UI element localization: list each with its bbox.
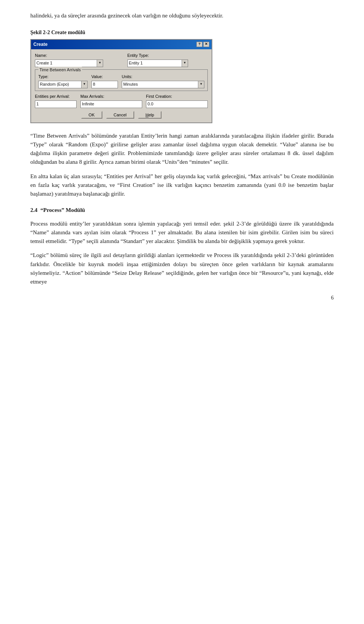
section-heading: 2.4 “Process” Modülü: [30, 206, 334, 215]
max-field: Max Arrivals: Infinite: [80, 93, 142, 108]
value-label: Value:: [91, 74, 118, 80]
name-input[interactable]: Create 1 ▼: [35, 60, 103, 67]
entities-label: Entities per Arrival:: [35, 93, 77, 100]
name-label: Name:: [35, 52, 124, 59]
page-content: halindeki, ya da süreçler arasında gezin…: [30, 11, 334, 302]
type-field: Type: Random (Expo) ▼: [38, 74, 88, 88]
cancel-button[interactable]: Cancel: [106, 111, 134, 119]
section-number: 2.4: [30, 207, 38, 213]
name-field: Name: Create 1 ▼: [35, 52, 124, 67]
first-label: First Creation:: [146, 93, 208, 100]
paragraph-2: En altta kalan üç alan sırasıyla; “Entit…: [30, 172, 334, 199]
entity-type-input[interactable]: Entity 1 ▼: [127, 60, 188, 67]
value-field: Value: 8: [91, 74, 118, 88]
paragraph-3: Process modülü entity’ler yaratıldıktan …: [30, 219, 334, 246]
paragraph-4: “Logic” bölümü süreç ile ilgili asıl det…: [30, 251, 334, 286]
close-icon-btn[interactable]: ✕: [203, 42, 209, 47]
type-dropdown-arrow[interactable]: ▼: [81, 81, 87, 88]
entities-max-first-row: Entities per Arrival: 1 Max Arrivals: In…: [35, 93, 208, 108]
dialog-titlebar: Create ? ✕: [31, 40, 212, 49]
groupbox-content: Type: Random (Expo) ▼ Value: 8: [38, 74, 204, 88]
first-value: 0.0: [147, 101, 153, 107]
dialog-title: Create: [33, 41, 47, 48]
dialog-wrapper: Create ? ✕ Name: Create 1 ▼: [30, 39, 212, 123]
paragraph-1: “Time Between Arrivals” bölümünde yaratı…: [30, 132, 334, 167]
type-input[interactable]: Random (Expo) ▼: [38, 81, 88, 88]
first-field: First Creation: 0.0: [146, 93, 208, 108]
entity-dropdown-arrow[interactable]: ▼: [182, 60, 188, 67]
groupbox-legend: Time Between Arrivals: [38, 67, 82, 73]
page-number: 6: [30, 294, 334, 302]
max-label: Max Arrivals:: [80, 93, 142, 100]
type-value-units-labels: Type: Random (Expo) ▼ Value: 8: [38, 74, 204, 88]
ok-button[interactable]: OK: [81, 111, 102, 119]
time-between-arrivals-group: Time Between Arrivals Type: Random (Expo…: [35, 69, 208, 91]
entity-type-value: Entity 1: [128, 60, 182, 67]
help-label-text: elp: [149, 113, 154, 117]
name-dropdown-arrow[interactable]: ▼: [97, 60, 103, 67]
dialog-buttons-row: OK Cancel Help: [35, 111, 208, 119]
units-label: Units:: [122, 74, 204, 80]
type-label: Type:: [38, 74, 88, 80]
entity-type-field: Entity Type: Entity 1 ▼: [127, 52, 208, 67]
max-value: Infinite: [82, 101, 94, 107]
entity-type-label: Entity Type:: [127, 52, 208, 59]
name-entity-row: Name: Create 1 ▼ Entity Type: Entity 1 ▼: [35, 52, 208, 67]
units-dropdown-arrow[interactable]: ▼: [198, 81, 204, 88]
units-field: Units: Minutes ▼: [122, 74, 204, 88]
value-input[interactable]: 8: [91, 81, 118, 88]
units-value: Minutes: [122, 81, 198, 88]
entities-input[interactable]: 1: [35, 100, 77, 108]
help-button[interactable]: Help: [138, 111, 162, 119]
value-value: 8: [93, 81, 95, 88]
units-input[interactable]: Minutes ▼: [122, 81, 204, 88]
intro-paragraph: halindeki, ya da süreçler arasında gezin…: [30, 11, 334, 20]
name-value: Create 1: [35, 60, 97, 67]
help-icon-btn[interactable]: ?: [196, 42, 202, 47]
max-input[interactable]: Infinite: [80, 100, 142, 108]
type-value: Random (Expo): [39, 81, 81, 88]
entities-field: Entities per Arrival: 1: [35, 93, 77, 108]
titlebar-buttons: ? ✕: [196, 42, 209, 47]
entities-value: 1: [36, 101, 39, 107]
figure-label: Şekil 2-2 Create modülü: [30, 28, 334, 37]
section-title: “Process” Modülü: [41, 207, 85, 213]
create-dialog: Create ? ✕ Name: Create 1 ▼: [30, 39, 212, 123]
dialog-body: Name: Create 1 ▼ Entity Type: Entity 1 ▼: [31, 49, 212, 122]
first-input[interactable]: 0.0: [146, 100, 208, 108]
